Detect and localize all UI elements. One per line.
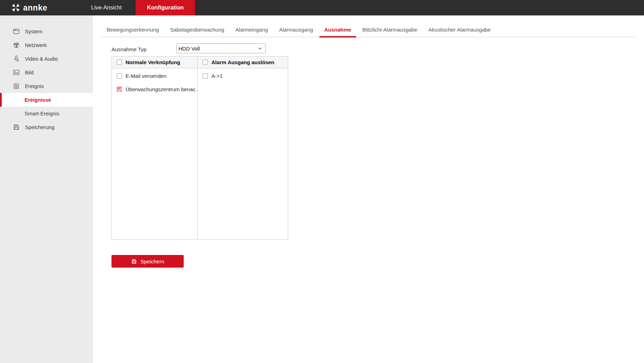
list-item-label: Überwachungszentrum benac...	[126, 86, 197, 92]
sidebar-item-label: Smart-Ereignis	[25, 110, 59, 116]
sidebar-item-label: Bild	[25, 69, 34, 75]
nav-configuration[interactable]: Konfiguration	[136, 0, 195, 15]
globe-icon	[13, 41, 20, 49]
alarm-output-header: Alarm Ausgang auslösen	[198, 56, 288, 68]
window-icon	[13, 28, 20, 35]
sidebar-item-ereignisse[interactable]: Ereignisse	[0, 93, 93, 107]
image-icon	[13, 69, 20, 76]
column-header-label: Alarm Ausgang auslösen	[211, 59, 274, 65]
surveillance-center-checkbox[interactable]	[117, 87, 122, 92]
sidebar: System Netzwerk Video & Audio	[0, 15, 93, 363]
tab-alarmeingang[interactable]: Alarmeingang	[230, 22, 274, 37]
sidebar-item-label: Speicherung	[25, 124, 54, 130]
normal-linkage-body: E-Mail versenden Überwachungszentrum ben…	[112, 68, 197, 96]
list-item-label: E-Mail versenden	[126, 73, 167, 79]
tab-blitzlicht-alarmausgabe[interactable]: Blitzlicht-Alarmausgabe	[357, 22, 423, 37]
list-item-surveillance-center: Überwachungszentrum benac...	[112, 82, 197, 96]
main-content: Bewegungserkennung Sabotageüberwachung A…	[93, 15, 644, 363]
sidebar-item-label: Video & Audio	[25, 56, 58, 62]
a1-checkbox[interactable]	[203, 73, 208, 79]
list-item-label: A->1	[211, 73, 223, 79]
email-checkbox[interactable]	[117, 73, 122, 79]
logo: annke	[0, 0, 77, 15]
exception-type-select[interactable]: HDD Voll	[176, 43, 266, 53]
save-floppy-icon	[131, 258, 137, 264]
floppy-icon	[13, 123, 20, 131]
save-button[interactable]: Speichern	[111, 255, 184, 268]
tab-ausnahme[interactable]: Ausnahme	[319, 22, 357, 37]
sidebar-item-netzwerk[interactable]: Netzwerk	[0, 38, 93, 52]
microphone-icon	[13, 55, 20, 62]
sidebar-item-bild[interactable]: Bild	[0, 66, 93, 79]
tab-bar: Bewegungserkennung Sabotageüberwachung A…	[101, 22, 636, 37]
top-bar: annke Live-Ansicht Konfiguration	[0, 0, 644, 15]
normal-linkage-column: Normale Verknüpfung E-Mail versenden Übe…	[112, 56, 198, 239]
sidebar-item-label: Ereignisse	[25, 97, 51, 103]
top-nav: Live-Ansicht Konfiguration	[77, 0, 195, 15]
sidebar-item-video-audio[interactable]: Video & Audio	[0, 52, 93, 66]
tab-sabotageueberwachung[interactable]: Sabotageüberwachung	[164, 22, 230, 37]
sidebar-item-label: Ereignis	[25, 83, 44, 89]
exception-type-value: HDD Voll	[178, 46, 200, 52]
sidebar-item-ereignis[interactable]: Ereignis	[0, 79, 93, 93]
notepad-icon	[13, 82, 20, 90]
column-header-label: Normale Verknüpfung	[126, 59, 180, 65]
list-item-email: E-Mail versenden	[112, 69, 197, 82]
alarm-output-checkbox[interactable]	[203, 60, 208, 65]
list-item-a1: A->1	[198, 69, 288, 82]
sidebar-item-label: Netzwerk	[25, 42, 47, 48]
normal-linkage-header: Normale Verknüpfung	[112, 56, 197, 68]
alarm-output-column: Alarm Ausgang auslösen A->1	[198, 56, 288, 239]
tab-alarmausgang[interactable]: Alarmausgang	[273, 22, 319, 37]
nav-live-view[interactable]: Live-Ansicht	[77, 0, 136, 15]
alarm-output-body: A->1	[198, 68, 288, 82]
logo-text: annke	[23, 3, 47, 13]
tab-bewegungserkennung[interactable]: Bewegungserkennung	[101, 22, 164, 37]
tab-akustischer-alarmausgabe[interactable]: Akustischer Alarmausgabe	[423, 22, 496, 37]
linkage-table: Normale Verknüpfung E-Mail versenden Übe…	[111, 56, 288, 240]
sidebar-item-label: System	[25, 28, 42, 34]
chevron-down-icon	[258, 46, 263, 51]
save-button-label: Speichern	[141, 258, 164, 264]
normal-linkage-checkbox[interactable]	[117, 60, 122, 65]
sidebar-item-system[interactable]: System	[0, 25, 93, 38]
exception-type-label: Ausnahme Typ	[111, 46, 147, 52]
logo-pinwheel-icon	[11, 2, 21, 13]
sidebar-item-smart-ereignis[interactable]: Smart-Ereignis	[0, 107, 93, 120]
sidebar-item-speicherung[interactable]: Speicherung	[0, 120, 93, 134]
